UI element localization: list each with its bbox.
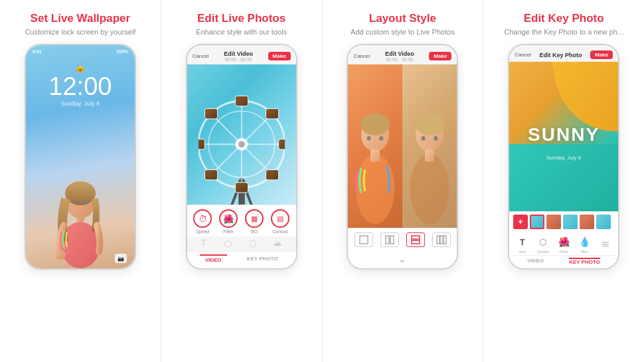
phone3-bottom: ⌄: [348, 250, 457, 268]
phone2-image-area: [187, 64, 296, 205]
phone4-cancel[interactable]: Cancel: [515, 52, 531, 58]
phone2-tabbar: VIDEO KEY PHOTO: [187, 251, 296, 268]
thumbnail-3[interactable]: [563, 215, 578, 229]
svg-rect-37: [386, 236, 389, 244]
svg-point-4: [74, 200, 78, 205]
phone3-cancel[interactable]: Cancel: [353, 53, 370, 59]
section1-subtitle: Customize lock screen by yourself: [25, 28, 135, 36]
section-edit-key-photo: Edit Key Photo Change the Key Photo to a…: [483, 0, 644, 362]
filter-label: Filter: [559, 250, 568, 254]
tool-canvas[interactable]: ▤ Canvas: [271, 209, 289, 234]
phone1-lock-area: 🔒 12:00 Sunday, July 8: [26, 62, 135, 107]
sunny-date: Sunday, July 8: [546, 155, 581, 161]
svg-point-26: [361, 114, 390, 136]
phone3-content: Cancel Edit Video 00:00 - 00:30 Make: [348, 45, 457, 268]
svg-rect-16: [235, 96, 248, 106]
phone4-image-area: SUNNY Sunday, July 8: [509, 62, 618, 211]
tool-bg[interactable]: ▦ BG: [245, 209, 264, 234]
phone3-topbar-center: Edit Video 00:00 - 00:30: [385, 50, 414, 62]
frame-tool-icon[interactable]: ▢: [249, 238, 256, 249]
svg-point-35: [422, 136, 426, 141]
edit-tool-more[interactable]: ≋: [598, 236, 612, 252]
add-thumbnail-button[interactable]: +: [513, 215, 528, 229]
tool-canvas-label: Canvas: [272, 229, 288, 234]
svg-point-28: [380, 136, 384, 141]
canvas-icon: ▤: [271, 209, 289, 228]
split-image-right: [402, 64, 457, 228]
section4-subtitle: Change the Key Photo to a new ph...: [504, 28, 623, 36]
svg-rect-27: [370, 149, 380, 162]
phone4-tab-video[interactable]: VIDEO: [527, 258, 544, 265]
text-label: Text: [519, 250, 526, 254]
ferris-wheel-svg: [199, 71, 285, 205]
tool-speed[interactable]: ⏱ Speed: [193, 209, 212, 234]
sticker-icon: ⬡: [536, 234, 550, 249]
mountain-tool-icon[interactable]: ⛰: [274, 238, 282, 249]
svg-point-34: [434, 136, 438, 141]
phone2-cancel[interactable]: Cancel: [193, 53, 209, 59]
phone1-time-status: 9:41: [33, 49, 42, 54]
filter-icon: 🌺: [219, 209, 238, 228]
tool-filter[interactable]: 🌺 Filter: [219, 209, 238, 234]
tab-key-photo[interactable]: KEY PHOTO: [242, 254, 283, 264]
thumbnail-5[interactable]: [596, 215, 611, 229]
camera-icon: 📷: [115, 254, 127, 263]
phone4-thumbnails: +: [509, 211, 618, 232]
svg-rect-23: [204, 170, 217, 180]
phone2-time-range: 00:00 - 00:30: [224, 57, 253, 62]
phone4-tab-key-photo[interactable]: KEY PHOTO: [569, 258, 600, 265]
tool-filter-label: Filter: [223, 229, 234, 234]
text-tool-icon[interactable]: T: [201, 238, 206, 249]
svg-point-15: [238, 141, 245, 148]
phone4-tabbar: VIDEO KEY PHOTO: [509, 255, 618, 268]
more-icon: ≋: [598, 236, 612, 251]
section3-subtitle: Add custom style to Live Photos: [351, 28, 455, 36]
section-edit-live-photos: Edit Live Photos Enhance style with our …: [161, 0, 323, 362]
fingerprint-tool-icon[interactable]: ⬡: [224, 238, 232, 249]
section3-title: Layout Style: [369, 12, 436, 25]
layout-option-1[interactable]: [355, 232, 373, 247]
layout-option-2[interactable]: [380, 232, 399, 247]
svg-point-32: [415, 114, 445, 136]
phone4-make-button[interactable]: Make: [590, 50, 613, 59]
layout-option-4[interactable]: [432, 232, 451, 247]
filter-icon2: 🌺: [556, 234, 571, 249]
edit-tool-filter[interactable]: 🌺 Filter: [556, 234, 571, 254]
phone2-make-button[interactable]: Make: [268, 52, 291, 60]
svg-rect-41: [437, 236, 440, 244]
blur-label: Blur: [581, 250, 588, 254]
svg-rect-20: [266, 109, 278, 119]
phone1-background: 9:41 100% 🔒 12:00 Sunday, July 8: [26, 45, 135, 268]
section4-title: Edit Key Photo: [524, 12, 604, 25]
phone3-time-range: 00:00 - 00:30: [385, 57, 414, 62]
svg-rect-43: [443, 236, 446, 244]
phone1-date: Sunday, July 8: [26, 100, 135, 107]
chevron-down-icon[interactable]: ⌄: [398, 254, 406, 264]
svg-point-5: [83, 200, 87, 205]
layout-option-3[interactable]: [406, 232, 425, 247]
thumbnail-4[interactable]: [580, 215, 594, 229]
thumbnail-1[interactable]: [530, 215, 544, 229]
svg-rect-38: [390, 236, 394, 244]
phone3-image-area: [348, 64, 457, 228]
phone2-topbar-center: Edit Video 00:00 - 00:30: [224, 50, 253, 62]
edit-tool-text[interactable]: T Text: [515, 234, 530, 254]
phone3-edit-video-title: Edit Video: [385, 50, 414, 57]
phone2-edit-video-title: Edit Video: [224, 50, 253, 57]
svg-rect-36: [360, 236, 368, 244]
section-layout-style: Layout Style Add custom style to Live Ph…: [323, 0, 484, 362]
phone1-statusbar: 9:41 100%: [26, 45, 135, 55]
edit-tool-blur[interactable]: 💧 Blur: [577, 234, 592, 254]
tab-video[interactable]: VIDEO: [200, 254, 227, 264]
phone2-extra-tools: T ⬡ ▢ ⛰: [187, 236, 296, 251]
svg-rect-17: [278, 139, 284, 149]
tool-bg-label: BG: [251, 229, 258, 234]
thumbnail-2[interactable]: [546, 215, 561, 229]
speed-icon: ⏱: [193, 209, 212, 228]
svg-rect-40: [412, 240, 420, 244]
edit-tool-sticker[interactable]: ⬡ Sticker: [536, 234, 550, 254]
tool-speed-label: Speed: [196, 229, 209, 234]
girl-illustration-1: [47, 139, 114, 268]
phone3-make-button[interactable]: Make: [429, 52, 451, 60]
bg-icon: ▦: [245, 209, 264, 228]
